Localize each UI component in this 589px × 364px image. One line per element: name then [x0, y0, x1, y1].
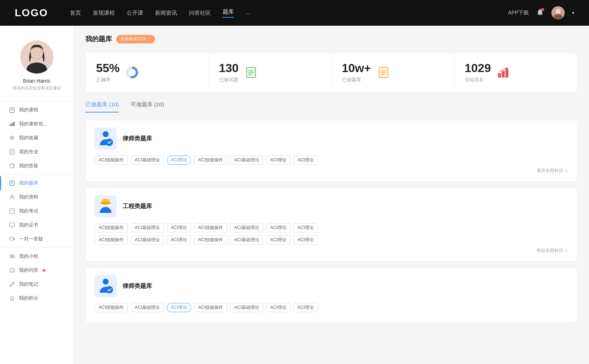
sidebar-item-points[interactable]: 我的积分 — [0, 291, 73, 305]
svg-rect-45 — [505, 69, 508, 78]
stat-card-rank: 1029 全站排名 — [454, 53, 577, 92]
nav-bank[interactable]: 题库 — [223, 8, 234, 18]
avatar[interactable] — [551, 6, 565, 19]
sidebar-item-profile[interactable]: 我的资料 — [0, 190, 73, 204]
tag[interactable]: ACI基础理论 — [131, 235, 164, 245]
sidebar-item-favorites[interactable]: 我的收藏 — [0, 131, 73, 145]
tag[interactable]: ACI技能操作 — [194, 303, 227, 312]
bank-card-2-title: 工程类题库 — [123, 203, 152, 210]
stats-row: 55% 正确率 130 已做试题 — [85, 52, 577, 92]
homework-icon — [9, 149, 15, 155]
tag[interactable]: ACI理论 — [293, 235, 318, 245]
tag[interactable]: ACI理论 — [266, 235, 290, 245]
tag[interactable]: ACI理论 — [293, 223, 318, 232]
bank-card-1-toggle[interactable]: 展开全部科目 ∨ — [95, 168, 568, 174]
tag[interactable]: ACI技能操作 — [95, 223, 128, 232]
sidebar-item-bank[interactable]: 我的题库 — [0, 176, 73, 190]
tag[interactable]: ACI基础理论 — [131, 156, 164, 165]
sidebar-label-homework: 我的作业 — [19, 149, 38, 155]
oneone-icon — [9, 236, 15, 242]
svg-rect-10 — [10, 124, 11, 126]
tag[interactable]: ACI理论 — [266, 156, 290, 165]
nav-discover[interactable]: 发现课程 — [93, 10, 115, 17]
tag[interactable]: ACI理论 — [167, 235, 191, 245]
sidebar-slogan: 错误的决定比没有决定要好 — [13, 85, 61, 91]
svg-rect-19 — [10, 181, 14, 185]
sidebar-item-group[interactable]: 我的小组 — [0, 249, 73, 263]
sidebar-item-oneone[interactable]: 一对一答疑 — [0, 232, 73, 246]
sidebar-label-qna: 我的答疑 — [19, 163, 38, 169]
bankdone-icon — [377, 66, 390, 79]
stat-label-done: 已做试题 — [219, 76, 239, 83]
stat-value-rank: 1029 — [465, 61, 491, 75]
navbar: LOGO 首页 发现课程 公开课 新闻资讯 问答社区 题库 ··· APP下载 … — [0, 0, 589, 26]
avatar-chevron[interactable]: ▾ — [572, 10, 574, 15]
nav-news[interactable]: 新闻资讯 — [155, 10, 177, 17]
svg-rect-25 — [10, 223, 15, 226]
tag[interactable]: ACI技能操作 — [194, 223, 227, 232]
app-download-button[interactable]: APP下载 — [508, 10, 529, 16]
tag[interactable]: ACI基础理论 — [131, 303, 164, 312]
accuracy-icon — [126, 66, 139, 79]
group-icon — [9, 253, 15, 260]
tag-active[interactable]: ACI理论 — [167, 156, 191, 165]
svg-text:?: ? — [12, 164, 14, 168]
stat-label-bankdone: 已做题库 — [342, 76, 371, 83]
nav-more[interactable]: ··· — [246, 10, 250, 16]
tag-active[interactable]: ACI理论 — [167, 303, 191, 312]
bank-card-2-header: 工程类题库 — [95, 195, 568, 217]
tag[interactable]: ACI技能操作 — [95, 303, 128, 312]
sidebar-menu: 我的课程 我的课程包... 我的收藏 我的作业 — [0, 103, 73, 305]
svg-rect-44 — [502, 71, 505, 78]
nav-open[interactable]: 公开课 — [127, 10, 143, 17]
sidebar-label-points: 我的积分 — [19, 295, 38, 301]
tag[interactable]: ACI理论 — [266, 223, 290, 232]
tag[interactable]: ACI理论 — [167, 223, 191, 232]
bank-card-2-toggle[interactable]: 收起全部科目 ∧ — [95, 247, 568, 254]
tag[interactable]: ACI基础理论 — [230, 223, 263, 232]
svg-point-49 — [106, 139, 113, 146]
sidebar-item-exam[interactable]: 我的考试 — [0, 204, 73, 218]
tag[interactable]: ACI技能操作 — [95, 235, 128, 245]
sidebar-item-myqa[interactable]: ? 我的问答 — [0, 263, 73, 277]
profile-icon — [9, 194, 15, 200]
tag[interactable]: ACI技能操作 — [95, 156, 128, 165]
notification-bell[interactable] — [536, 8, 544, 18]
sidebar-item-qna[interactable]: ? 我的答疑 — [0, 159, 73, 173]
tag[interactable]: ACI基础理论 — [230, 156, 263, 165]
sidebar: Brian Harris 错误的决定比没有决定要好 我的课程 我的课程包... — [0, 26, 74, 364]
bank-card-2-tags-row2: ACI技能操作 ACI基础理论 ACI理论 ACI技能操作 ACI基础理论 AC… — [95, 235, 568, 245]
svg-point-28 — [10, 255, 12, 257]
bank-card-1-header: 律师类题库 — [95, 128, 568, 150]
tag[interactable]: ACI理论 — [266, 303, 290, 312]
tab-done[interactable]: 已做题库 (10) — [85, 101, 119, 113]
sidebar-item-cert[interactable]: 我的证书 — [0, 218, 73, 232]
svg-point-56 — [106, 286, 113, 293]
favorites-icon — [9, 135, 15, 141]
sidebar-item-notes[interactable]: 我的笔记 — [0, 277, 73, 291]
bank-card-2-icon — [95, 195, 117, 217]
tag[interactable]: ACI技能操作 — [194, 235, 227, 245]
tag[interactable]: ACI基础理论 — [131, 223, 164, 232]
nav-links: 首页 发现课程 公开课 新闻资讯 问答社区 题库 ··· — [70, 8, 508, 18]
nav-home[interactable]: 首页 — [70, 10, 81, 17]
tab-available[interactable]: 可做题库 (10) — [131, 101, 164, 113]
sidebar-item-course-pkg[interactable]: 我的课程包... — [0, 117, 73, 131]
tag[interactable]: ACI理论 — [293, 303, 318, 312]
tag[interactable]: ACI技能操作 — [194, 156, 227, 165]
page-header: 我的题库 体验剩余23天！ — [85, 35, 577, 43]
bank-card-2-tags-row1: ACI技能操作 ACI基础理论 ACI理论 ACI技能操作 ACI基础理论 AC… — [95, 223, 568, 232]
stat-value-accuracy: 55% — [96, 61, 120, 75]
sidebar-item-courses[interactable]: 我的课程 — [0, 103, 73, 117]
tag[interactable]: ACI基础理论 — [230, 235, 263, 245]
bank-card-3-title: 律师类题库 — [123, 282, 152, 290]
sidebar-item-homework[interactable]: 我的作业 — [0, 145, 73, 159]
nav-qa[interactable]: 问答社区 — [189, 10, 211, 17]
sidebar-label-bank: 我的题库 — [19, 180, 38, 186]
tag[interactable]: ACI理论 — [293, 156, 318, 165]
tag[interactable]: ACI基础理论 — [230, 303, 263, 312]
bank-card-2: 工程类题库 ACI技能操作 ACI基础理论 ACI理论 ACI技能操作 ACI基… — [85, 188, 577, 261]
sidebar-divider — [0, 101, 73, 101]
sidebar-label-myqa: 我的问答 — [19, 267, 38, 274]
svg-point-32 — [11, 296, 14, 299]
